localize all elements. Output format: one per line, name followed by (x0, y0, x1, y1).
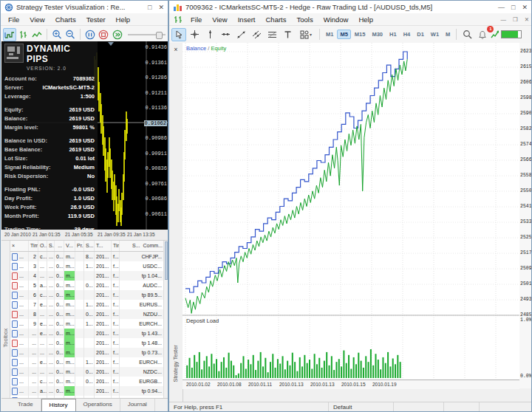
timeframe-d1[interactable]: D1 (414, 30, 427, 39)
column-header[interactable]: Comm... (142, 241, 164, 251)
graph-date-label[interactable]: 2010.01.19 (372, 382, 397, 387)
timeframe-h4[interactable]: H4 (400, 30, 414, 39)
text-tool-button[interactable] (280, 28, 295, 41)
menu-tools[interactable]: Tools (291, 15, 318, 24)
left-close-button[interactable]: ✕ (158, 4, 164, 11)
column-header[interactable]: ... (55, 241, 64, 251)
column-header[interactable]: Time (29, 241, 38, 251)
tab-journal[interactable]: Journal (120, 399, 155, 412)
right-close-button[interactable]: ✕ (522, 4, 528, 11)
channel-tool-button[interactable] (249, 28, 264, 41)
chart-minimize-button[interactable]: — (500, 16, 506, 23)
table-row[interactable]: ............0...m...201...f...tp 1.48... (10, 338, 163, 348)
table-row[interactable]: ...4......0...m...201...f...tp 1.04... (10, 271, 163, 281)
column-header[interactable]: S... (84, 241, 95, 251)
left-titlebar[interactable]: Strategy Tester Visualization : Re... □ … (1, 1, 168, 13)
timeframe-m5[interactable]: M5 (337, 30, 350, 39)
bars-chart-button[interactable] (17, 28, 30, 41)
table-row[interactable]: ......a......0...m...201...f...tp 0.94..… (10, 386, 163, 396)
notifications-bell-icon[interactable]: 1 (475, 28, 490, 41)
right-minimize-button[interactable]: — (498, 4, 505, 11)
graph-date-label[interactable]: 2010.01.02 (186, 382, 211, 387)
column-header[interactable]: O... (38, 241, 47, 251)
zoom-out-button[interactable] (64, 28, 78, 41)
cursor-tool-button[interactable] (171, 28, 186, 41)
stop-button[interactable] (98, 28, 111, 41)
horizontal-line-tool-button[interactable] (218, 28, 233, 41)
table-row[interactable]: ...7e......0...m...1...201...f...EURUS..… (10, 300, 163, 309)
menu-insert[interactable]: Insert (233, 15, 261, 24)
status-profile[interactable]: Default (329, 402, 394, 412)
visualization-chart[interactable]: 0.914360.913610.912860.912110.911360.910… (1, 41, 168, 230)
table-row[interactable]: ......e......0...m...1...201...f...EURCH… (10, 357, 163, 367)
table-scrollbar-thumb[interactable] (165, 241, 168, 280)
menu-file[interactable]: File (3, 15, 24, 24)
menu-view[interactable]: View (24, 15, 50, 24)
tab-operations[interactable]: Operations (76, 399, 120, 412)
search-icon[interactable] (460, 28, 474, 41)
table-row[interactable]: ............0...m...201...f...tp 0.73... (10, 348, 163, 357)
tab-trade[interactable]: Trade (10, 399, 41, 412)
table-row[interactable]: ......c......0...m...0...201...f...EURGB… (10, 377, 163, 386)
graph-date-label[interactable]: 2010.01.13 (310, 382, 335, 387)
chart-close-button[interactable]: ✕ (525, 16, 529, 23)
column-header[interactable]: T... (95, 241, 112, 251)
trendline-tool-button[interactable] (233, 28, 248, 41)
shapes-tool-button[interactable]: ▾ (296, 28, 316, 41)
right-titlebar[interactable]: 7009362 - ICMarketsSC-MT5-2 - Hedge - Ra… (169, 1, 531, 13)
menu-file[interactable]: File (185, 15, 207, 24)
toolbox-side-strip: Toolbox (1, 241, 10, 398)
tick-chart-button[interactable] (3, 28, 16, 41)
timeframe-m15[interactable]: M15 (352, 30, 369, 39)
table-row[interactable]: ...5a......0...m...0...201...f...AUDC... (10, 281, 163, 290)
column-header[interactable]: Pr... (75, 241, 84, 251)
right-maximize-button[interactable]: □ (511, 4, 515, 11)
column-header[interactable]: Time (112, 241, 120, 251)
zoom-in-button[interactable] (50, 28, 64, 41)
fast-forward-button[interactable] (111, 28, 124, 41)
shapes-dropdown-caret[interactable]: ▾ (310, 32, 312, 37)
timeframe-h1[interactable]: H1 (386, 30, 400, 39)
menu-help[interactable]: Help (353, 15, 378, 24)
table-row[interactable]: ............0...m...0...201...f...NZDC..… (10, 367, 163, 377)
graph-date-label[interactable]: 2010.01.11 (248, 382, 272, 387)
table-row[interactable]: ...8......0...m...0...201...f...NZDU... (10, 309, 163, 319)
table-row[interactable]: ...6c......0...m...201...f...tp 89.5... (10, 290, 163, 300)
table-row[interactable]: ...2c......0...m...8...201...f...CHFJP..… (10, 252, 163, 261)
speed-slider-thumb[interactable] (156, 32, 163, 39)
timeframe-m[interactable]: M (443, 30, 453, 39)
pause-button[interactable] (83, 28, 97, 41)
menu-charts[interactable]: Charts (50, 15, 81, 24)
balance-equity-graph[interactable]: Balance / Equity Deposit Load (183, 43, 520, 388)
column-header[interactable]: S... (47, 241, 55, 251)
line-chart-button[interactable] (30, 28, 44, 41)
menu-view[interactable]: View (207, 15, 232, 24)
menu-charts[interactable]: Charts (261, 15, 292, 24)
history-table[interactable]: ×TimeO...S......V...Pr...S...T...TimeS..… (10, 241, 163, 398)
table-row[interactable]: ...3......0...m...1...201...f...USDC... (10, 261, 163, 271)
tab-history[interactable]: History (41, 399, 76, 412)
left-maximize-button[interactable]: □ (148, 4, 151, 11)
table-row[interactable]: ......e......0...m...201...f...tp 1.43..… (10, 329, 163, 338)
timeframe-m30[interactable]: M30 (369, 30, 386, 39)
crosshair-tool-button[interactable] (187, 28, 202, 41)
menu-tester[interactable]: Tester (81, 15, 111, 24)
timeframe-m1[interactable]: M1 (323, 30, 336, 39)
table-scrollbar[interactable] (163, 241, 168, 398)
graph-date-label[interactable]: 2010.01.15 (341, 382, 366, 387)
chart-restore-button[interactable]: ❐ (513, 16, 518, 23)
timeframe-w1[interactable]: W1 (428, 30, 442, 39)
buy-order-icon (12, 263, 18, 270)
fibonacci-tool-button[interactable] (265, 28, 279, 41)
menu-help[interactable]: Help (111, 15, 136, 24)
speed-slider[interactable] (128, 30, 166, 40)
graph-date-label[interactable]: 2010.01.13 (279, 382, 304, 387)
menu-window[interactable]: Window (318, 15, 354, 24)
table-row[interactable]: ...9e......0...m...1...201...f...EURCH..… (10, 319, 163, 329)
column-header[interactable]: V... (64, 241, 75, 251)
tester-panel-close-icon[interactable]: × (171, 45, 180, 54)
graph-date-label[interactable]: 2010.01.08 (217, 382, 242, 387)
vertical-line-tool-button[interactable] (202, 28, 217, 41)
column-header[interactable]: S... (120, 241, 142, 251)
table-close-cell[interactable]: × (10, 241, 29, 251)
